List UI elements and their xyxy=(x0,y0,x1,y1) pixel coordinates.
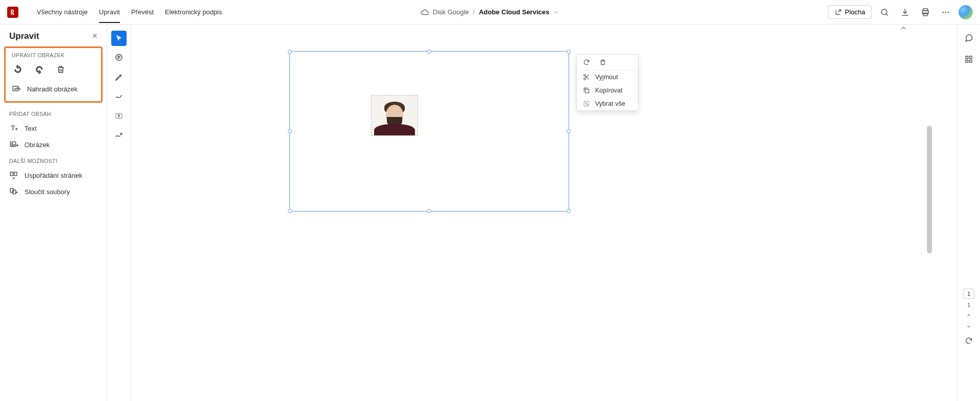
breadcrumb-sep: / xyxy=(473,8,475,16)
section-edit-image-label: UPRAVIT OBRÁZEK xyxy=(9,51,98,61)
page-down-button[interactable] xyxy=(963,322,974,331)
resize-handle-rm[interactable] xyxy=(567,129,571,133)
right-rail: 1 1 xyxy=(957,25,980,401)
svg-rect-11 xyxy=(14,172,17,176)
merge-label: Sloučit soubory xyxy=(24,188,70,196)
draw-tool[interactable] xyxy=(111,89,127,104)
page-up-button[interactable] xyxy=(963,311,974,319)
breadcrumb: Disk Google / Adobe Cloud Services xyxy=(421,8,559,16)
resize-handle-tr[interactable] xyxy=(567,50,571,54)
svg-point-0 xyxy=(881,9,887,15)
nav-edit[interactable]: Upravit xyxy=(99,1,120,23)
merge-icon xyxy=(9,187,18,196)
ctx-select-all[interactable]: Vybrat vše xyxy=(577,97,638,110)
scroll-thumb[interactable] xyxy=(927,126,932,253)
add-image-icon xyxy=(9,140,18,149)
resize-handle-bm[interactable] xyxy=(427,209,431,213)
scissors-icon xyxy=(583,74,590,81)
scrollbar[interactable] xyxy=(925,25,932,401)
section-add-content-label: PŘIDAT OBSAH xyxy=(0,106,107,120)
section-more-label: DALŠÍ MOŽNOSTI xyxy=(0,153,107,167)
add-image-label: Obrázek xyxy=(24,141,50,149)
breadcrumb-file[interactable]: Adobe Cloud Services xyxy=(479,8,549,16)
nav-convert[interactable]: Převést xyxy=(131,1,154,23)
avatar[interactable] xyxy=(959,5,973,19)
open-desktop-button[interactable]: Plocha xyxy=(828,5,872,19)
copy-icon xyxy=(583,87,590,94)
svg-point-16 xyxy=(120,133,122,135)
delete-image-button[interactable] xyxy=(55,63,67,76)
rotate-right-button[interactable] xyxy=(33,63,45,76)
svg-point-18 xyxy=(584,78,586,80)
add-text-icon xyxy=(9,124,18,133)
comment-tool[interactable] xyxy=(111,50,127,65)
svg-point-5 xyxy=(945,11,947,13)
close-panel-button[interactable]: × xyxy=(92,31,97,41)
page-total: 1 xyxy=(967,302,970,308)
nav-esign[interactable]: Elektronický podpis xyxy=(165,1,222,23)
resize-handle-lm[interactable] xyxy=(288,129,292,133)
context-menu: Vyjmout Kopírovat Vybrat vše xyxy=(576,54,639,111)
resize-handle-tl[interactable] xyxy=(288,50,292,54)
svg-rect-10 xyxy=(10,172,13,176)
close-icon: × xyxy=(92,31,97,41)
print-button[interactable] xyxy=(918,5,933,20)
svg-rect-23 xyxy=(966,60,968,63)
svg-point-17 xyxy=(584,75,586,77)
nav-all-tools[interactable]: Všechny nástroje xyxy=(37,1,88,23)
merge-files-item[interactable]: Sloučit soubory xyxy=(0,183,107,200)
add-text-label: Text xyxy=(24,125,37,132)
comments-panel-button[interactable] xyxy=(962,31,976,45)
svg-point-6 xyxy=(948,11,949,13)
open-desktop-label: Plocha xyxy=(845,8,865,16)
svg-rect-24 xyxy=(969,60,972,63)
svg-rect-19 xyxy=(585,89,589,93)
add-image-item[interactable]: Obrázek xyxy=(0,136,107,153)
organize-icon xyxy=(9,171,18,180)
canvas-area[interactable]: Vyjmout Kopírovat Vybrat vše xyxy=(131,25,957,401)
svg-point-4 xyxy=(942,11,944,13)
rotate-left-button[interactable] xyxy=(12,63,24,76)
ctx-cut[interactable]: Vyjmout xyxy=(577,70,638,84)
resize-handle-bl[interactable] xyxy=(288,209,292,213)
replace-image-label: Nahradit obrázek xyxy=(27,85,78,93)
chevron-down-icon[interactable] xyxy=(553,9,559,15)
page-current-input[interactable]: 1 xyxy=(963,289,974,299)
highlight-tool[interactable] xyxy=(111,69,127,85)
breadcrumb-drive[interactable]: Disk Google xyxy=(433,8,469,16)
side-panel-title: Upravit xyxy=(9,31,39,41)
ctx-delete-button[interactable] xyxy=(599,59,606,66)
vertical-toolbar-wrap xyxy=(107,25,131,401)
resize-handle-br[interactable] xyxy=(567,209,571,213)
svg-rect-21 xyxy=(966,56,968,59)
vertical-toolbar xyxy=(107,25,131,143)
organize-label: Uspořádání stránek xyxy=(24,172,82,179)
add-text-item[interactable]: Text xyxy=(0,120,107,136)
selection-box[interactable] xyxy=(289,51,569,211)
top-nav: Všechny nástroje Upravit Převést Elektro… xyxy=(37,1,222,23)
edit-image-highlight: UPRAVIT OBRÁZEK Nahradit obrázek xyxy=(4,46,103,103)
more-button[interactable] xyxy=(938,5,953,20)
erase-tool[interactable] xyxy=(111,128,127,143)
top-actions: Plocha xyxy=(828,5,973,20)
select-tool[interactable] xyxy=(111,31,127,46)
textbox-tool[interactable] xyxy=(111,108,127,124)
svg-rect-22 xyxy=(969,56,972,59)
main: Upravit × UPRAVIT OBRÁZEK xyxy=(0,25,980,401)
side-panel: Upravit × UPRAVIT OBRÁZEK xyxy=(0,25,107,401)
cloud-icon xyxy=(421,8,429,16)
embedded-photo[interactable] xyxy=(371,95,418,136)
thumbnails-panel-button[interactable] xyxy=(962,52,976,66)
ctx-copy[interactable]: Kopírovat xyxy=(577,84,638,97)
ctx-cut-label: Vyjmout xyxy=(595,74,618,81)
resize-handle-tm[interactable] xyxy=(427,50,431,54)
ctx-select-all-label: Vybrat vše xyxy=(595,100,625,107)
organize-pages-item[interactable]: Uspořádání stránek xyxy=(0,167,107,183)
search-button[interactable] xyxy=(877,5,892,20)
download-button[interactable] xyxy=(897,5,913,20)
top-bar: Všechny nástroje Upravit Převést Elektro… xyxy=(0,0,980,25)
replace-image-item[interactable]: Nahradit obrázek xyxy=(9,81,98,97)
select-all-icon xyxy=(583,100,590,107)
refresh-view-button[interactable] xyxy=(963,337,974,345)
ctx-rotate-button[interactable] xyxy=(583,59,590,66)
